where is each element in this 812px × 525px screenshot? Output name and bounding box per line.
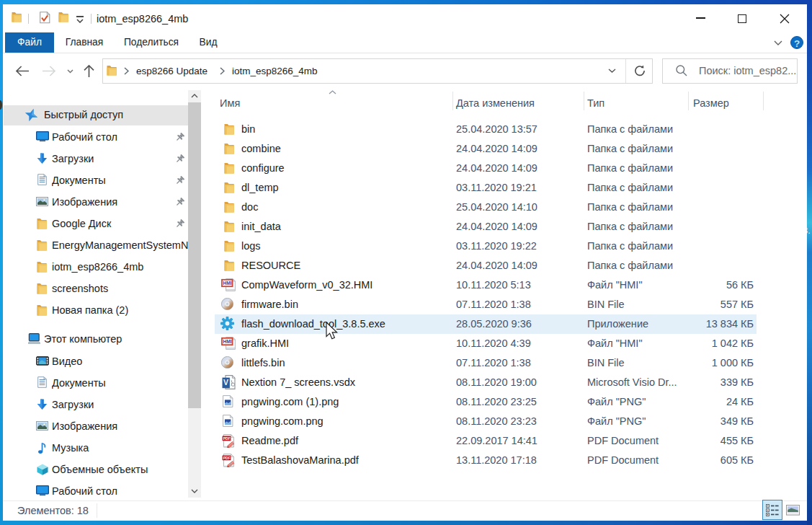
svg-text:HMI: HMI	[223, 339, 232, 344]
svg-text:PDF: PDF	[223, 436, 231, 441]
svg-text:V: V	[223, 378, 228, 387]
svg-text:PDF: PDF	[223, 456, 231, 460]
svg-text:HMI: HMI	[223, 281, 232, 286]
